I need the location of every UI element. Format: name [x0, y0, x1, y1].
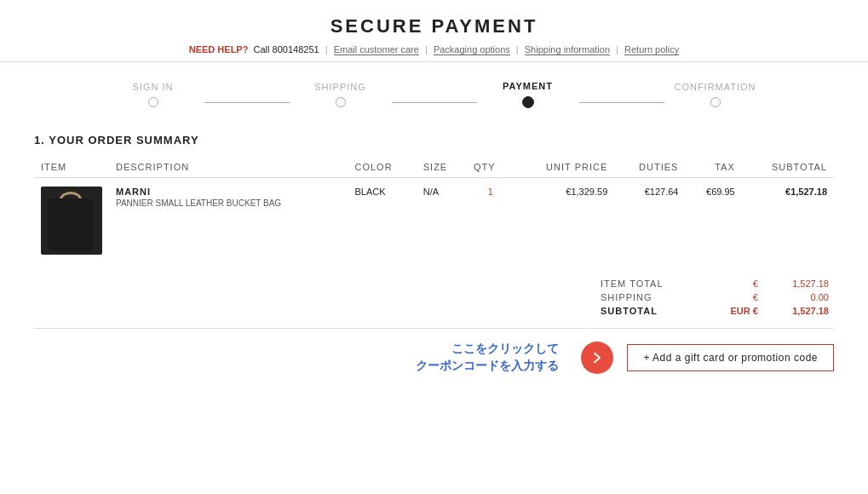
subtotal-currency-label: EUR € — [706, 304, 763, 318]
col-qty: QTY — [467, 158, 514, 178]
phone-number: Call 800148251 — [254, 44, 319, 55]
col-unit-price: UNIT PRICE — [514, 158, 615, 178]
step-confirmation-label: CONFIRMATION — [674, 82, 756, 92]
step-confirmation-dot — [710, 97, 721, 107]
order-summary-section: 1. YOUR ORDER SUMMARY ITEM DESCRIPTION C… — [0, 124, 868, 263]
subtotal-value: 1,527.18 — [763, 304, 834, 318]
step-line-1 — [204, 102, 290, 103]
product-tax: €69.95 — [685, 178, 741, 264]
subtotal-label: SUBTOTAL — [595, 304, 706, 318]
shipping-value: 0.00 — [763, 290, 834, 304]
table-row: MARNI PANNIER SMALL LEATHER BUCKET BAG B… — [34, 178, 834, 264]
col-size: SIZE — [417, 158, 467, 178]
product-brand: MARNI — [116, 187, 341, 197]
header-links: NEED HELP? Call 800148251 | Email custom… — [0, 44, 868, 55]
shipping-info-link[interactable]: Shipping information — [525, 44, 610, 55]
item-total-value: 1,527.18 — [763, 277, 834, 290]
subtotal-row: SUBTOTAL EUR € 1,527.18 — [595, 304, 834, 318]
bottom-bar: ここをクリックして クーポンコードを入力する + Add a gift card… — [0, 329, 868, 382]
product-unit-price: €1,329.59 — [514, 178, 615, 264]
product-size: N/A — [417, 178, 467, 264]
step-shipping-label: SHIPPING — [314, 82, 366, 92]
product-description-cell: MARNI PANNIER SMALL LEATHER BUCKET BAG — [109, 178, 348, 264]
item-total-label: ITEM TOTAL — [595, 277, 706, 290]
promo-code-button[interactable]: + Add a gift card or promotion code — [627, 344, 834, 371]
proceed-arrow-button[interactable] — [581, 342, 613, 374]
step-payment-label: PAYMENT — [503, 81, 553, 91]
page-title: SECURE PAYMENT — [0, 15, 868, 37]
product-image — [41, 187, 102, 255]
checkout-steps: SIGN IN SHIPPING PAYMENT CONFIRMATION — [0, 62, 868, 124]
step-line-3 — [579, 102, 664, 103]
return-policy-link[interactable]: Return policy — [624, 44, 679, 55]
product-subtotal: €1,527.18 — [742, 178, 834, 264]
product-image-cell — [34, 178, 109, 264]
product-qty: 1 — [467, 178, 514, 264]
annotation-line2: クーポンコードを入力する — [416, 359, 559, 372]
email-care-link[interactable]: Email customer care — [334, 44, 419, 55]
step-sign-in: SIGN IN — [102, 82, 204, 107]
step-line-2 — [392, 102, 477, 103]
totals-section: ITEM TOTAL € 1,527.18 SHIPPING € 0.00 SU… — [0, 263, 868, 318]
col-color: COLOR — [348, 158, 416, 178]
step-sign-in-label: SIGN IN — [133, 82, 174, 92]
arrow-right-icon — [589, 350, 605, 365]
product-duties: €127.64 — [614, 178, 685, 264]
order-table: ITEM DESCRIPTION COLOR SIZE QTY UNIT PRI… — [34, 158, 834, 263]
step-confirmation: CONFIRMATION — [664, 82, 767, 107]
step-shipping: SHIPPING — [290, 82, 392, 107]
col-tax: TAX — [685, 158, 741, 178]
col-duties: DUTIES — [614, 158, 685, 178]
packaging-link[interactable]: Packaging options — [434, 44, 510, 55]
step-payment: PAYMENT — [477, 81, 579, 108]
col-description: DESCRIPTION — [109, 158, 348, 178]
help-label: NEED HELP? — [189, 44, 249, 55]
shipping-currency: € — [706, 290, 763, 304]
product-color: BLACK — [348, 178, 416, 264]
step-payment-dot — [522, 96, 534, 108]
product-name: PANNIER SMALL LEATHER BUCKET BAG — [116, 198, 341, 208]
bag-body-icon — [48, 198, 94, 251]
order-summary-title: 1. YOUR ORDER SUMMARY — [34, 134, 834, 146]
col-subtotal: SUBTOTAL — [742, 158, 834, 178]
step-sign-in-dot — [148, 97, 158, 107]
annotation-box: ここをクリックして クーポンコードを入力する — [416, 341, 567, 374]
item-total-currency: € — [706, 277, 763, 290]
annotation-text: ここをクリックして クーポンコードを入力する — [416, 341, 567, 374]
col-item: ITEM — [34, 158, 109, 178]
shipping-label: SHIPPING — [595, 290, 706, 304]
shipping-row: SHIPPING € 0.00 — [595, 290, 834, 304]
item-total-row: ITEM TOTAL € 1,527.18 — [595, 277, 834, 290]
step-shipping-dot — [336, 97, 346, 107]
page-header: SECURE PAYMENT NEED HELP? Call 800148251… — [0, 0, 868, 62]
totals-table: ITEM TOTAL € 1,527.18 SHIPPING € 0.00 SU… — [595, 277, 834, 318]
annotation-line1: ここをクリックして — [451, 342, 559, 355]
